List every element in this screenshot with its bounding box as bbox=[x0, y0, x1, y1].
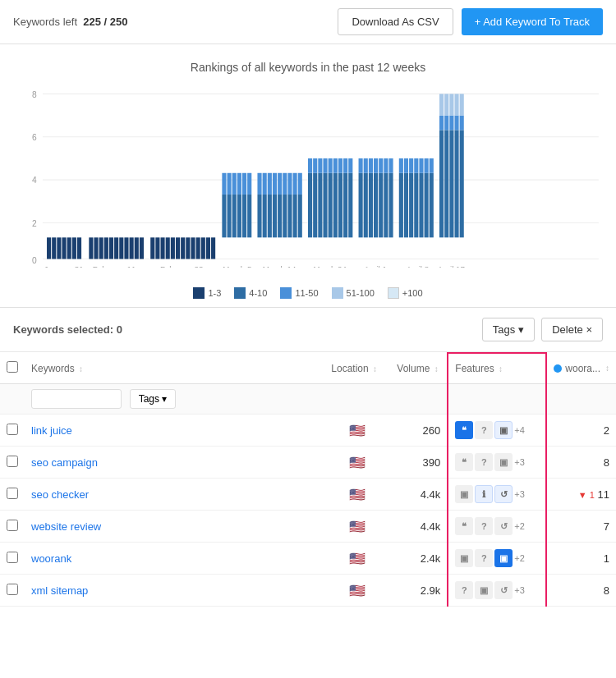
keyword-link-6[interactable]: xml sitemap bbox=[31, 584, 88, 597]
svg-rect-11 bbox=[52, 237, 56, 259]
svg-text:February 11: February 11 bbox=[93, 264, 136, 268]
svg-text:6: 6 bbox=[32, 133, 37, 142]
feat-plus-2: +3 bbox=[514, 457, 525, 467]
chart-legend: 1-3 4-10 11-50 51-100 +100 bbox=[13, 287, 603, 299]
col-header-location[interactable]: Location ↕ bbox=[324, 353, 390, 384]
row-checkbox-1[interactable] bbox=[7, 424, 18, 435]
svg-rect-71 bbox=[308, 173, 312, 238]
svg-rect-101 bbox=[388, 173, 393, 238]
row-check-3 bbox=[0, 479, 25, 511]
svg-text:April 17: April 17 bbox=[438, 264, 465, 268]
svg-rect-27 bbox=[140, 237, 144, 259]
row-features-1: ❝ ? ▣ +4 bbox=[448, 415, 546, 447]
row-rank-6: 8 bbox=[546, 575, 616, 607]
svg-rect-131 bbox=[460, 94, 464, 115]
keyword-link-5[interactable]: woorank bbox=[31, 552, 71, 565]
chevron-down-icon: ▾ bbox=[518, 323, 524, 336]
svg-rect-79 bbox=[329, 173, 333, 238]
row-checkbox-5[interactable] bbox=[7, 552, 18, 563]
col-header-volume[interactable]: Volume ↕ bbox=[390, 353, 448, 384]
flag-icon-4: 🇺🇸 bbox=[349, 520, 365, 534]
svg-rect-116 bbox=[430, 158, 434, 173]
svg-rect-13 bbox=[62, 237, 66, 259]
row-features-6: ? ▣ ↺ +3 bbox=[448, 575, 546, 607]
chart-container: 8 6 4 2 0 bbox=[13, 87, 603, 284]
row-features-5: ▣ ? ▣ +2 bbox=[448, 543, 546, 575]
svg-rect-88 bbox=[348, 158, 352, 173]
svg-rect-99 bbox=[384, 173, 388, 238]
table-row: seo campaign 🇺🇸 390 ❝ ? ▣ +3 8 bbox=[0, 447, 616, 479]
filter-volume-cell bbox=[390, 384, 448, 415]
col-header-features[interactable]: Features ↕ bbox=[448, 353, 546, 384]
svg-text:March 5: March 5 bbox=[223, 264, 252, 268]
svg-rect-62 bbox=[278, 173, 282, 195]
chart-svg: 8 6 4 2 0 bbox=[13, 87, 603, 268]
row-checkbox-6[interactable] bbox=[7, 584, 18, 595]
svg-rect-22 bbox=[114, 237, 118, 259]
feat-icon-2-1: ❝ bbox=[455, 453, 473, 471]
svg-rect-52 bbox=[247, 173, 251, 195]
feat-icon-3-3: ↺ bbox=[494, 485, 513, 503]
select-all-checkbox[interactable] bbox=[7, 361, 18, 373]
feat-plus-1: +4 bbox=[514, 425, 525, 435]
row-rank-5: 1 bbox=[546, 543, 616, 575]
row-checkbox-3[interactable] bbox=[7, 488, 18, 499]
legend-51-100: 51-100 bbox=[332, 287, 375, 299]
svg-rect-107 bbox=[409, 173, 413, 238]
svg-rect-80 bbox=[329, 158, 333, 173]
svg-rect-28 bbox=[150, 237, 154, 259]
svg-rect-41 bbox=[222, 195, 226, 237]
keyword-filter-input[interactable] bbox=[31, 389, 122, 409]
svg-text:8: 8 bbox=[32, 89, 37, 98]
download-csv-button[interactable]: Download As CSV bbox=[338, 8, 453, 35]
table-row: seo checker 🇺🇸 4.4k ▣ ℹ ↺ +3 ▼ 1 11 bbox=[0, 479, 616, 511]
svg-rect-21 bbox=[109, 237, 113, 259]
svg-rect-16 bbox=[77, 237, 81, 259]
feat-icon-6-3: ↺ bbox=[494, 581, 513, 599]
tags-button[interactable]: Tags ▾ bbox=[482, 318, 535, 341]
svg-rect-31 bbox=[166, 237, 170, 259]
svg-rect-130 bbox=[460, 116, 464, 131]
col-header-check bbox=[0, 353, 25, 384]
sort-arrow-features: ↕ bbox=[499, 364, 503, 373]
svg-rect-32 bbox=[171, 237, 175, 259]
svg-rect-82 bbox=[333, 158, 338, 173]
row-check-6 bbox=[0, 575, 25, 607]
keyword-link-1[interactable]: link juice bbox=[31, 424, 72, 437]
svg-rect-121 bbox=[444, 116, 448, 131]
svg-rect-128 bbox=[454, 94, 458, 115]
svg-rect-93 bbox=[369, 173, 373, 238]
row-checkbox-4[interactable] bbox=[7, 520, 18, 531]
svg-rect-112 bbox=[419, 158, 423, 173]
svg-text:February 23: February 23 bbox=[160, 264, 204, 268]
col-header-woorank[interactable]: woora... ↕ bbox=[546, 353, 616, 384]
row-check-5 bbox=[0, 543, 25, 575]
keyword-link-4[interactable]: website review bbox=[31, 520, 101, 533]
svg-rect-29 bbox=[155, 237, 159, 259]
selected-count: 0 bbox=[117, 323, 122, 336]
filter-check-cell bbox=[0, 384, 25, 415]
selected-label: Keywords selected: bbox=[13, 323, 113, 336]
col-header-keywords[interactable]: Keywords ↕ bbox=[25, 353, 324, 384]
svg-rect-103 bbox=[399, 173, 403, 238]
keyword-link-2[interactable]: seo campaign bbox=[31, 456, 98, 469]
feat-icon-5-2: ? bbox=[475, 549, 493, 567]
feat-plus-5: +2 bbox=[514, 553, 525, 563]
add-keyword-button[interactable]: + Add Keyword To Track bbox=[462, 8, 603, 35]
keyword-link-3[interactable]: seo checker bbox=[31, 488, 89, 501]
svg-rect-44 bbox=[228, 173, 232, 195]
svg-rect-15 bbox=[72, 237, 76, 259]
row-checkbox-2[interactable] bbox=[7, 456, 18, 467]
svg-text:January 31: January 31 bbox=[44, 264, 83, 268]
filter-location-cell bbox=[324, 384, 390, 415]
filter-keyword-cell: Tags ▾ bbox=[25, 384, 324, 415]
table-row: link juice 🇺🇸 260 ❝ ? ▣ +4 2 bbox=[0, 415, 616, 447]
svg-text:April 1: April 1 bbox=[364, 264, 387, 268]
svg-rect-73 bbox=[313, 173, 317, 238]
svg-rect-95 bbox=[374, 173, 378, 238]
delete-button[interactable]: Delete × bbox=[541, 318, 603, 341]
filter-rank-cell bbox=[546, 384, 616, 415]
legend-color-51-100 bbox=[332, 287, 343, 299]
svg-rect-102 bbox=[388, 158, 393, 173]
filter-tags-button[interactable]: Tags ▾ bbox=[130, 389, 177, 409]
